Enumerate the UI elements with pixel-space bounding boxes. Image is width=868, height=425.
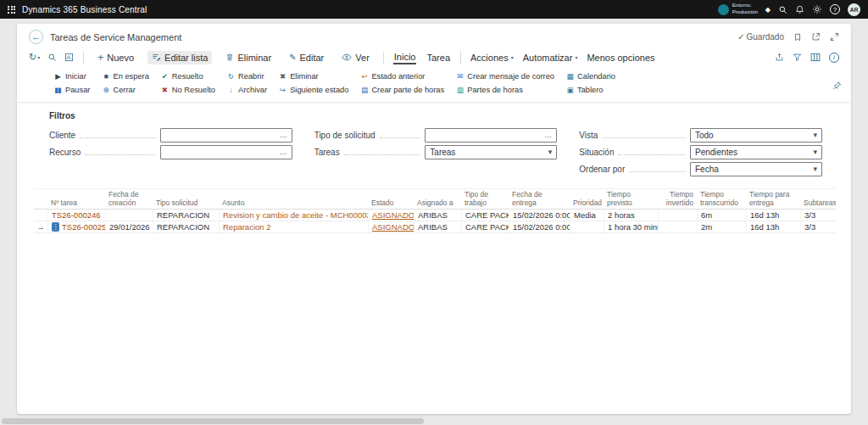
column-header-fecha_creacion[interactable]: Fecha de creación — [105, 191, 153, 207]
page-title[interactable]: Tareas de Service Management — [50, 32, 181, 42]
delete-button[interactable]: Eliminar — [221, 51, 275, 64]
action-tablero[interactable]: ▣Tablero — [565, 86, 615, 94]
table-row[interactable]: TS26-000246REPARACIONRevision y cambio d… — [34, 210, 836, 221]
cell-tipo_solicitud[interactable]: REPARACION — [153, 221, 219, 232]
action-crear-mensaje-de-correo[interactable]: ✉Crear mensaje de correo — [454, 72, 554, 81]
column-layout-icon[interactable] — [810, 53, 821, 62]
column-header-no[interactable]: Nº tarea — [47, 199, 105, 208]
search-icon[interactable] — [778, 5, 787, 14]
cell-asignado_a[interactable]: ARIBAS — [414, 221, 461, 232]
tab-tarea[interactable]: Tarea — [426, 51, 451, 64]
row-context-menu-icon[interactable]: ⋮ — [52, 222, 59, 232]
cell-tipo_trabajo[interactable]: CARE PACK — [461, 221, 509, 232]
app-title[interactable]: Dynamics 365 Business Central — [22, 5, 147, 14]
help-icon[interactable]: ? — [830, 4, 840, 14]
column-header-tiempo_invertido[interactable]: Tiempo invertido — [658, 191, 697, 207]
cell-estado[interactable]: ASIGNADO — [368, 221, 414, 232]
filter-input-cliente[interactable]: … — [160, 128, 292, 143]
action-resuelto[interactable]: ✔Resuelto — [159, 72, 215, 81]
cell-tiempo_transcurrido[interactable]: 2m — [697, 221, 746, 232]
cell-tipo_trabajo[interactable]: CARE PACK — [461, 210, 509, 221]
filter-select-tareas[interactable]: Tareas▾ — [425, 145, 557, 159]
cell-fecha_entrega[interactable]: 15/02/2026 0:00 — [509, 210, 570, 221]
automatizar-menu[interactable]: Automatizar ▾ — [523, 53, 578, 63]
action-estado-anterior[interactable]: ↩Estado anterior — [359, 72, 444, 81]
analysis-mode-icon[interactable] — [64, 53, 74, 62]
cell-no[interactable]: ⋮TS26-000250 — [47, 221, 105, 232]
settings-gear-icon[interactable] — [812, 4, 822, 14]
action-en-espera[interactable]: ■En espera — [100, 72, 148, 81]
filter-select-ordenar-por[interactable]: Fecha▾ — [690, 162, 822, 176]
column-header-subtareas[interactable]: Subtareas — [800, 199, 836, 208]
lookup-ellipsis-icon[interactable]: … — [544, 131, 552, 139]
edit-list-button[interactable]: Editar lista — [147, 51, 212, 64]
cell-subtareas[interactable]: 3/3 — [800, 210, 836, 221]
user-avatar[interactable]: AR — [848, 3, 860, 16]
filter-select-vista[interactable]: Todo▾ — [690, 128, 822, 143]
cell-fecha_creacion[interactable] — [105, 210, 153, 221]
action-eliminar[interactable]: ✖Eliminar — [277, 72, 348, 81]
expand-icon[interactable] — [830, 32, 839, 42]
column-header-tipo_trabajo[interactable]: Tipo de trabajo — [461, 191, 509, 207]
cell-prioridad[interactable] — [570, 221, 604, 232]
cell-tiempo_para_entrega[interactable]: 16d 13h — [746, 221, 800, 232]
refresh-icon[interactable]: ↻▾ — [29, 52, 40, 63]
cell-no[interactable]: TS26-000246 — [47, 210, 105, 221]
popout-window-icon[interactable] — [811, 32, 821, 42]
bookmark-icon[interactable] — [793, 32, 802, 42]
column-header-tiempo_para_entrega[interactable]: Tiempo para entrega — [746, 191, 800, 207]
filter-select-situacion[interactable]: Pendientes▾ — [690, 145, 822, 159]
lookup-ellipsis-icon[interactable]: … — [280, 148, 287, 156]
environment-badge[interactable]: Entorno: Producción — [718, 3, 758, 16]
dropdown-chevron-icon[interactable]: ▾ — [813, 165, 817, 173]
cell-tiempo_previsto[interactable]: 1 hora 30 minut... — [604, 221, 658, 232]
cell-prioridad[interactable]: Media — [570, 210, 604, 221]
column-header-asignado_a[interactable]: Asignado a — [414, 199, 461, 208]
column-header-prioridad[interactable]: Prioridad — [570, 199, 604, 208]
app-launcher-icon[interactable] — [8, 6, 15, 14]
lookup-ellipsis-icon[interactable]: … — [280, 131, 287, 139]
action-crear-parte-de-horas[interactable]: ▤Crear parte de horas — [359, 86, 444, 94]
horizontal-scrollbar-thumb[interactable] — [2, 418, 424, 424]
cell-tiempo_invertido[interactable] — [658, 221, 697, 232]
filter-input-recurso[interactable]: … — [160, 145, 292, 159]
cell-asunto[interactable]: Revision y cambio de aceite - MCH00003 D… — [219, 210, 368, 221]
action-archivar[interactable]: ↓Archivar — [225, 86, 267, 94]
pin-icon[interactable] — [832, 81, 842, 90]
search-list-icon[interactable] — [47, 53, 57, 62]
filter-input-tipo-de-solicitud[interactable]: … — [425, 128, 557, 143]
horizontal-scrollbar-track[interactable] — [0, 417, 868, 425]
cell-tipo_solicitud[interactable]: REPARACION — [153, 210, 219, 221]
new-button[interactable]: + Nuevo — [93, 51, 138, 64]
cell-tiempo_transcurrido[interactable]: 6m — [697, 210, 746, 221]
dropdown-chevron-icon[interactable]: ▾ — [813, 148, 817, 156]
cell-fecha_entrega[interactable]: 15/02/2026 0:00 — [509, 221, 570, 232]
info-icon[interactable]: i — [829, 53, 839, 63]
action-pausar[interactable]: ▮▮Pausar — [53, 86, 90, 94]
action-reabrir[interactable]: ↻Reabrir — [225, 72, 267, 81]
column-header-estado[interactable]: Estado — [368, 199, 414, 208]
notifications-bell-icon[interactable] — [795, 4, 804, 14]
action-partes-de-horas[interactable]: ▥Partes de horas — [454, 86, 554, 94]
column-header-fecha_entrega[interactable]: Fecha de entrega — [509, 191, 570, 207]
column-header-tipo_solicitud[interactable]: Tipo solicitud — [153, 199, 219, 208]
column-header-tiempo_previsto[interactable]: Tiempo previsto — [604, 191, 658, 207]
table-row[interactable]: →⋮TS26-00025029/01/2026REPARACIONReparac… — [34, 221, 836, 233]
action-cerrar[interactable]: ⊗Cerrar — [100, 86, 148, 94]
action-calendario[interactable]: ▦Calendario — [565, 72, 615, 81]
back-button[interactable]: ← — [29, 30, 43, 44]
cell-asignado_a[interactable]: ARIBAS — [414, 210, 461, 221]
action-siguiente-estado[interactable]: ↪Siguiente estado — [277, 86, 348, 94]
action-no-resuelto[interactable]: ✖No Resuelto — [159, 86, 215, 94]
column-header-asunto[interactable]: Asunto — [219, 199, 368, 208]
tab-inicio[interactable]: Inicio — [393, 50, 417, 64]
cell-asunto[interactable]: Reparacion 2 — [219, 221, 368, 232]
cell-fecha_creacion[interactable]: 29/01/2026 — [105, 221, 153, 232]
cell-tiempo_para_entrega[interactable]: 16d 13h — [746, 210, 800, 221]
dropdown-chevron-icon[interactable]: ▾ — [548, 148, 553, 156]
acciones-menu[interactable]: Acciones ▾ — [470, 53, 514, 63]
cell-tiempo_invertido[interactable] — [658, 210, 697, 221]
cell-tiempo_previsto[interactable]: 2 horas — [604, 210, 658, 221]
dropdown-chevron-icon[interactable]: ▾ — [813, 131, 817, 139]
filter-funnel-icon[interactable] — [793, 53, 802, 62]
